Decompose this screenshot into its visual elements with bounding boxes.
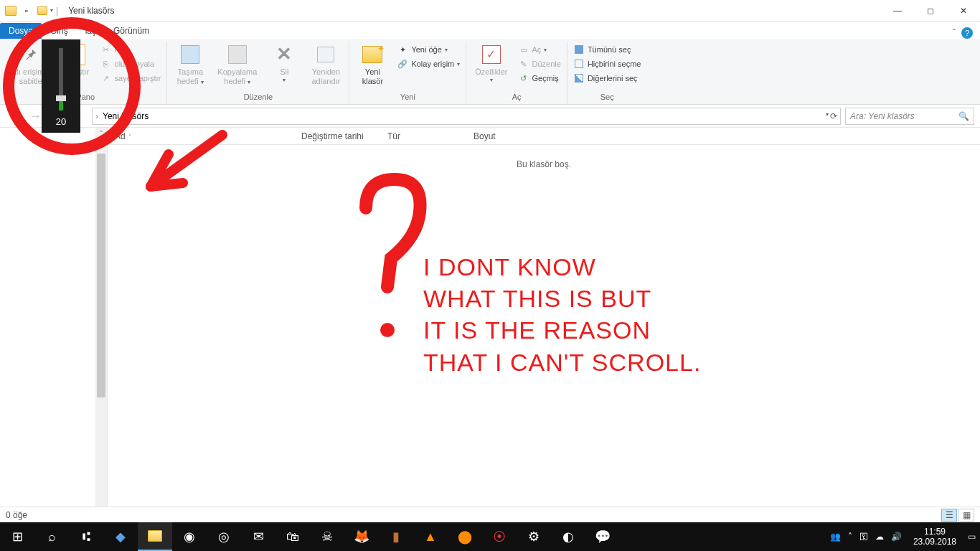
taskbar-steam[interactable]: ◉ [172, 522, 207, 551]
edit-button[interactable]: ✎Düzenle [517, 57, 562, 70]
selectnone-icon [573, 58, 585, 70]
new-item-button[interactable]: ✦Yeni öğe ▾ [395, 43, 461, 56]
cut-button[interactable]: ✂Kes [99, 43, 163, 56]
select-none-button[interactable]: Hiçbirini seçme [572, 57, 643, 70]
scroll-up-button[interactable]: ˄ [95, 128, 107, 139]
taskbar-app-8[interactable]: ▮ [379, 522, 413, 551]
select-all-button[interactable]: Tümünü seç [572, 43, 643, 56]
label: Yeni [365, 67, 380, 77]
label: Özellikler [475, 67, 507, 77]
taskbar-mail[interactable]: ✉ [241, 522, 275, 551]
col-size[interactable]: Boyut [466, 131, 538, 141]
qat-customize-icon[interactable]: ▾ [50, 7, 53, 14]
group-clipboard: zlı erişime sabitle Yapıştır ▾ ✂Kes ⎘olu… [4, 42, 167, 104]
invert-selection-button[interactable]: Diğerlerini seç [572, 72, 643, 85]
tray-notifications-icon[interactable]: ▭ [968, 532, 976, 542]
copy-icon [226, 43, 249, 66]
search-button[interactable]: ⌕ [34, 522, 69, 551]
qat-properties-icon[interactable]: ▫ [20, 4, 33, 17]
volume-slider[interactable] [59, 48, 63, 110]
tray-wifi-icon[interactable]: ⚿ [859, 532, 868, 542]
label: hedefi [177, 77, 199, 85]
path-icon: ⎘ [100, 58, 112, 70]
taskbar-app-1[interactable]: ◆ [103, 522, 138, 551]
tray-clock[interactable]: 11:59 23.09.2018 [909, 527, 961, 547]
rename-button[interactable]: Yeniden adlandır [307, 42, 344, 88]
taskbar-store[interactable]: 🛍 [275, 522, 310, 551]
addr-dropdown-icon[interactable]: ▾ [826, 111, 829, 121]
taskbar-avast[interactable]: ⬤ [448, 522, 482, 551]
help-icon[interactable]: ? [961, 27, 973, 39]
group-new: Yeni klasör ✦Yeni öğe ▾ 🔗Kolay erişim ▾ … [349, 42, 466, 104]
delete-icon: ✕ [273, 43, 296, 66]
tray-volume-icon[interactable]: 🔊 [891, 532, 902, 542]
breadcrumb-current[interactable]: Yeni klasörs [101, 111, 150, 121]
move-to-button[interactable]: Taşıma hedefi ▾ [171, 42, 209, 88]
new-folder-button[interactable]: Yeni klasör [354, 42, 391, 88]
copy-path-button[interactable]: ⎘olu kopyala [99, 57, 163, 70]
address-bar[interactable]: › Yeni klasörs ▾ ⟳ [92, 108, 841, 125]
search-icon[interactable]: 🔍 [958, 111, 969, 121]
properties-icon [480, 43, 503, 66]
chevron-right-icon[interactable]: › [95, 111, 98, 121]
taskbar-gimp[interactable]: 🦊 [344, 522, 379, 551]
taskbar: ⊞ ⌕ ⑆ ◆ ◉ ◎ ✉ 🛍 ☠ 🦊 ▮ ▲ ⬤ ⦿ ⚙ ◐ 💬 👥 ˄ ⚿ … [0, 522, 980, 551]
col-modified[interactable]: Değiştirme tarihi [294, 131, 380, 141]
taskbar-app-6[interactable]: ☠ [310, 522, 344, 551]
volume-osd[interactable]: 20 [42, 39, 80, 133]
refresh-button[interactable]: ⟳ [830, 111, 837, 121]
col-name[interactable]: Ad˄ [108, 131, 294, 141]
volume-thumb[interactable] [56, 95, 66, 101]
scrollbar-thumb[interactable] [97, 154, 105, 397]
taskbar-vlc[interactable]: ▲ [413, 522, 448, 551]
taskbar-record[interactable]: ⦿ [482, 522, 517, 551]
minimize-button[interactable]: — [881, 0, 914, 22]
volume-value: 20 [56, 116, 66, 127]
search-input[interactable]: Ara: Yeni klasörs 🔍 [845, 108, 974, 125]
edit-icon: ✎ [518, 58, 529, 70]
group-label: Yeni [400, 91, 415, 103]
copy-to-button[interactable]: Kopyalama hedefi ▾ [213, 42, 261, 88]
tray-overflow-icon[interactable]: ˄ [848, 532, 852, 542]
nav-row: ← → ▾ ↑ › Yeni klasörs ▾ ⟳ Ara: Yeni kla… [0, 105, 980, 128]
col-type[interactable]: Tür [380, 131, 466, 141]
tab-home[interactable]: Giriş [42, 23, 77, 39]
taskbar-chrome[interactable]: ◎ [207, 522, 241, 551]
details-view-button[interactable]: ☰ [941, 509, 957, 522]
tab-view[interactable]: Görünüm [105, 23, 158, 39]
folder-icon [4, 4, 17, 17]
open-button[interactable]: ▭Aç ▾ [517, 43, 562, 56]
tray-people-icon[interactable]: 👥 [830, 532, 841, 542]
label: Sil [280, 67, 288, 77]
delete-button[interactable]: ✕ Sil ▾ [265, 42, 303, 85]
close-button[interactable]: ✕ [947, 0, 980, 22]
collapse-ribbon-icon[interactable]: ˆ [953, 28, 956, 38]
tab-file[interactable]: Dosya [0, 23, 42, 39]
easy-access-button[interactable]: 🔗Kolay erişim ▾ [395, 57, 461, 70]
start-button[interactable]: ⊞ [0, 522, 34, 551]
qat-newfolder-icon[interactable] [36, 4, 49, 17]
back-button[interactable]: ← [6, 108, 23, 125]
tray-cloud-icon[interactable]: ☁ [875, 532, 884, 542]
icons-view-button[interactable]: ▦ [958, 509, 974, 522]
nav-scrollbar[interactable] [95, 139, 107, 507]
ribbon-tabs: Dosya Giriş laş Görünüm ˆ ? [0, 22, 980, 39]
label: Yeniden [312, 67, 340, 77]
task-view-button[interactable]: ⑆ [69, 522, 103, 551]
navigation-pane[interactable]: ˄ [0, 128, 108, 507]
selectinv-icon [573, 72, 585, 84]
taskbar-settings[interactable]: ⚙ [517, 522, 551, 551]
status-bar: 0 öğe ☰ ▦ [0, 507, 980, 522]
title-bar: ▫ ▾ | Yeni klasörs — ◻ ✕ [0, 0, 980, 22]
taskbar-chat[interactable]: 💬 [585, 522, 620, 551]
properties-button[interactable]: Özellikler ▾ [471, 42, 512, 85]
maximize-button[interactable]: ◻ [914, 0, 947, 22]
label: Düzenle [532, 60, 561, 68]
taskbar-app-13[interactable]: ◐ [551, 522, 585, 551]
history-button[interactable]: ↺Geçmiş [517, 72, 562, 85]
label: Tür [387, 131, 400, 141]
paste-shortcut-button[interactable]: ↗sayol yapıştır [99, 72, 163, 85]
tab-share[interactable]: laş [77, 23, 105, 39]
taskbar-explorer[interactable] [138, 522, 172, 551]
file-list-pane[interactable]: Ad˄ Değiştirme tarihi Tür Boyut Bu klasö… [108, 128, 980, 507]
